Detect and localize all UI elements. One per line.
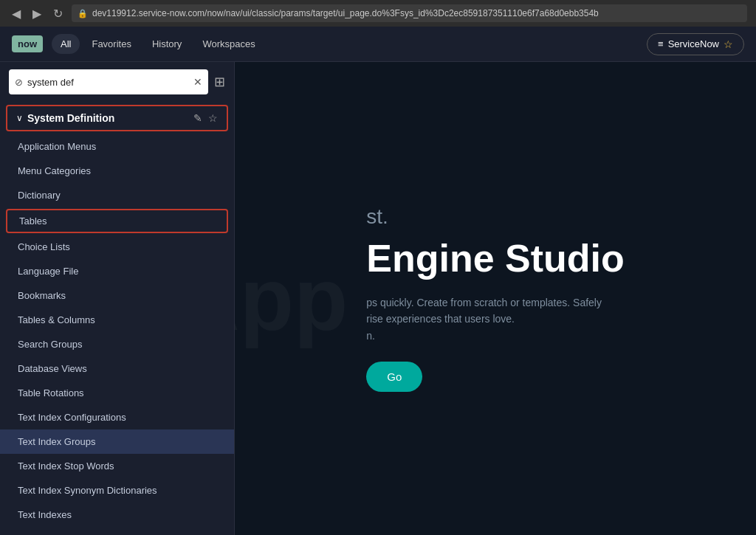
menu-item-text-index-synonym-dictionaries[interactable]: Text Index Synonym Dictionaries: [0, 478, 234, 503]
bg-text: App: [235, 248, 348, 350]
menu-item-search-groups[interactable]: Search Groups: [0, 332, 234, 356]
section-header[interactable]: ∨ System Definition ✎ ☆: [6, 105, 228, 131]
menu-item-menu-categories[interactable]: Menu Categories: [0, 159, 234, 183]
star-section-button[interactable]: ☆: [208, 112, 218, 124]
filter-icon[interactable]: ⊞: [214, 74, 225, 90]
menu-item-application-menus[interactable]: Application Menus: [0, 134, 234, 159]
menu-item-business-rules[interactable]: Business Rules: [0, 527, 234, 535]
menu-item-text-index-stop-words[interactable]: Text Index Stop Words: [0, 454, 234, 478]
menu-item-text-index-groups[interactable]: Text Index Groups: [0, 429, 234, 454]
nav-tab-history[interactable]: History: [143, 34, 190, 54]
search-box: ⊘ ✕: [9, 69, 208, 94]
sidebar: ⊘ ✕ ⊞ ∨ System Definition ✎ ☆ Applicatio…: [0, 62, 235, 535]
menu-items: Application Menus Menu Categories Dictio…: [0, 134, 234, 535]
menu-item-database-views[interactable]: Database Views: [0, 356, 234, 381]
logo[interactable]: now: [12, 35, 43, 52]
reload-button[interactable]: ↻: [50, 5, 66, 22]
content-description: ps quickly. Create from scratch or templ…: [366, 294, 625, 344]
search-input[interactable]: [27, 77, 189, 88]
nav-tab-workspaces[interactable]: Workspaces: [193, 34, 264, 54]
menu-item-language-file[interactable]: Language File: [0, 259, 234, 283]
menu-item-tables[interactable]: Tables: [6, 209, 228, 233]
search-container: ⊘ ✕ ⊞: [0, 62, 234, 102]
browser-chrome: ◀ ▶ ↻ 🔒 dev119912.service-now.com/now/na…: [0, 0, 756, 27]
main-layout: ⊘ ✕ ⊞ ∨ System Definition ✎ ☆ Applicatio…: [0, 62, 756, 535]
top-nav: now All Favorites History Workspaces ≡ S…: [0, 27, 756, 62]
content-inner: st. Engine Studio ps quickly. Create fro…: [337, 176, 654, 421]
menu-item-table-rotations[interactable]: Table Rotations: [0, 381, 234, 405]
star-icon: ☆: [724, 38, 733, 50]
section-actions: ✎ ☆: [193, 112, 218, 124]
menu-item-bookmarks[interactable]: Bookmarks: [0, 283, 234, 308]
menu-item-dictionary[interactable]: Dictionary: [0, 183, 234, 207]
chevron-down-icon: ∨: [16, 113, 23, 123]
menu-item-choice-lists[interactable]: Choice Lists: [0, 235, 234, 259]
nav-tab-favorites[interactable]: Favorites: [83, 34, 140, 54]
edit-section-button[interactable]: ✎: [193, 112, 202, 124]
servicenow-button[interactable]: ≡ ServiceNow ☆: [647, 33, 744, 55]
content-subtitle: st.: [366, 205, 625, 229]
address-bar: 🔒 dev119912.service-now.com/now/nav/ui/c…: [72, 4, 747, 22]
hamburger-icon: ≡: [658, 38, 664, 49]
lock-icon: 🔒: [78, 9, 88, 18]
nav-tab-all[interactable]: All: [52, 34, 80, 54]
section-title: System Definition: [27, 112, 189, 124]
back-button[interactable]: ◀: [9, 5, 24, 22]
cta-button[interactable]: Go: [366, 362, 422, 392]
address-text: dev119912.service-now.com/now/nav/ui/cla…: [92, 8, 599, 18]
content-area: App st. Engine Studio ps quickly. Create…: [235, 62, 756, 535]
menu-item-tables-columns[interactable]: Tables & Columns: [0, 308, 234, 332]
menu-item-text-index-configurations[interactable]: Text Index Configurations: [0, 405, 234, 429]
forward-button[interactable]: ▶: [30, 5, 44, 22]
app-engine-title: Engine Studio: [366, 238, 625, 280]
servicenow-label: ServiceNow: [668, 38, 719, 49]
menu-item-text-indexes[interactable]: Text Indexes: [0, 503, 234, 527]
search-icon: ⊘: [15, 77, 23, 88]
clear-button[interactable]: ✕: [193, 76, 202, 88]
